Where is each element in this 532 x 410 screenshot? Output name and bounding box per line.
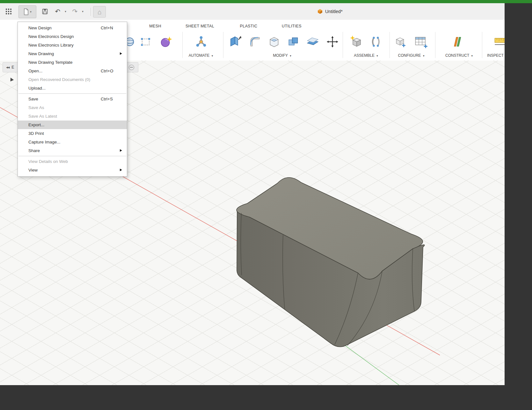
menu-item-new-drawing-template[interactable]: New Drawing Template [18,58,127,67]
window-accent-strip [0,0,532,3]
configuration-icon [394,35,407,48]
group-separator [182,32,183,58]
chevron-down-icon: ▾ [82,10,84,13]
menu-item-upload[interactable]: Upload... [18,84,127,92]
submenu-arrow-icon [120,52,122,55]
create-form-button[interactable] [158,34,174,50]
menu-item-open[interactable]: Open... Ctrl+O [18,67,127,75]
menu-item-new-design[interactable]: New Design Ctrl+N [18,24,127,32]
group-separator [482,32,482,58]
group-dropdown-inspect[interactable]: INSPECT ▾ [487,52,505,59]
chevron-down-icon: ▾ [65,10,66,13]
menu-separator [18,93,126,94]
menu-separator [18,156,126,156]
expand-caret-icon [9,77,14,82]
app-grid-button[interactable] [3,5,15,18]
group-dropdown-automate[interactable]: AUTOMATE ▾ [183,52,218,59]
tab-utilities[interactable]: UTILITIES [279,22,304,30]
form-icon [160,35,172,48]
document-cube-icon [317,9,323,14]
menu-item-view[interactable]: View [18,166,127,174]
group-dropdown-configure[interactable]: CONFIGURE ▾ [394,52,429,59]
automate-tool-button[interactable] [193,34,209,50]
configuration-table-button[interactable] [413,34,429,50]
browser-collapse-icon[interactable]: ◀◀ [3,66,11,69]
press-pull-button[interactable] [227,34,243,50]
app-grid-icon [6,9,11,14]
redo-history-button[interactable]: ▾ [80,5,85,18]
3d-model[interactable] [237,178,425,347]
chevron-down-icon: ▾ [212,54,213,57]
file-menu-button[interactable]: ▾ [18,5,36,18]
document-tab[interactable]: Untitled* [317,3,343,20]
tab-plastic[interactable]: PLASTIC [237,22,260,30]
toolbar-separator [91,8,91,16]
circle-minus-icon[interactable] [129,65,134,70]
redo-button[interactable]: ↷ [70,5,80,18]
undo-button[interactable]: ↶ [53,5,62,18]
group-dropdown-assemble[interactable]: ASSEMBLE ▾ [348,52,383,59]
redo-icon: ↷ [72,8,78,15]
group-separator [343,32,343,58]
menu-item-save[interactable]: Save Ctrl+S [18,95,127,103]
combine-button[interactable] [286,34,301,50]
press-pull-icon [228,35,242,49]
group-separator [390,32,390,58]
configuration-table-icon [414,35,428,49]
save-icon [42,8,48,15]
group-dropdown-construct[interactable]: CONSTRUCT ▾ [441,52,477,59]
menu-item-share[interactable]: Share [18,146,127,155]
chevron-down-icon: ▾ [290,54,291,57]
joint-icon [369,35,383,48]
submenu-arrow-icon [120,149,122,152]
menu-item-save-as-latest: Save As Latest [18,112,127,121]
menu-item-new-electronics-library[interactable]: New Electronics Library [18,41,127,49]
measure-icon [493,35,505,49]
menu-item-save-as: Save As [18,103,127,112]
undo-history-button[interactable]: ▾ [62,5,68,18]
chevron-down-icon: ▾ [423,54,425,57]
home-icon: ⌂ [98,9,102,15]
fillet-button[interactable] [247,34,263,50]
tab-mesh[interactable]: MESH [146,22,165,30]
move-icon [326,35,339,48]
sketch-icon [140,36,152,48]
menu-item-capture-image[interactable]: Capture Image... [18,138,127,146]
create-sketch-button[interactable] [138,34,153,50]
construct-plane-button[interactable] [451,34,466,50]
new-component-icon [349,35,363,49]
move-copy-button[interactable] [325,34,340,50]
home-view-button[interactable]: ⌂ [93,6,106,18]
shell-button[interactable] [266,34,282,50]
split-body-icon [306,35,319,48]
undo-icon: ↶ [55,8,61,15]
shell-icon [267,35,281,48]
desktop-background: ▾ ↶ ▾ ↷ ▾ ⌂ [0,0,532,410]
split-body-button[interactable] [305,34,320,50]
tab-sheet-metal[interactable]: SHEET METAL [182,22,217,30]
group-separator [223,32,223,58]
construct-plane-icon [451,35,465,49]
chevron-down-icon: ▾ [471,54,473,57]
group-separator [435,32,435,58]
menu-item-export[interactable]: Export... [18,121,127,129]
new-component-button[interactable] [349,34,364,50]
menu-item-3d-print[interactable]: 3D Print [18,129,127,138]
chevron-down-icon: ▾ [30,10,32,13]
menu-item-new-drawing[interactable]: New Drawing [18,49,127,58]
menu-item-view-details-on-web: View Details on Web [18,157,127,166]
new-configuration-button[interactable] [393,34,408,50]
combine-icon [287,35,300,48]
document-title: Untitled* [325,9,343,14]
measure-button[interactable] [493,34,505,50]
group-dropdown-modify[interactable]: MODIFY ▾ [265,52,300,59]
menu-item-new-electronics-design[interactable]: New Electronics Design [18,32,127,41]
fillet-icon [248,35,262,48]
browser-expand-caret[interactable] [9,77,14,84]
save-button[interactable] [39,5,51,18]
chevron-down-icon: ▾ [376,54,378,57]
submenu-arrow-icon [120,169,122,171]
file-icon [23,8,29,15]
browser-title-fragment: E [11,65,14,70]
joint-button[interactable] [368,34,383,50]
